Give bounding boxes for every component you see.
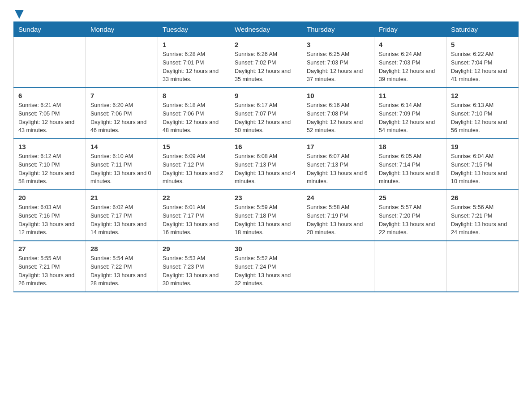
sunset-text: Sunset: 7:03 PM [379, 60, 420, 66]
daylight-text: Daylight: 13 hours and 14 minutes. [90, 221, 146, 236]
sunrise-text: Sunrise: 5:53 AM [163, 255, 205, 261]
daylight-text: Daylight: 12 hours and 56 minutes. [451, 119, 507, 134]
sunset-text: Sunset: 7:07 PM [235, 111, 276, 117]
sunrise-text: Sunrise: 6:16 AM [307, 102, 349, 108]
calendar-cell: 14Sunrise: 6:10 AMSunset: 7:11 PMDayligh… [86, 139, 158, 190]
day-number: 30 [235, 245, 297, 253]
calendar-table: SundayMondayTuesdayWednesdayThursdayFrid… [13, 21, 519, 292]
week-row-1: 1Sunrise: 6:28 AMSunset: 7:01 PMDaylight… [14, 37, 519, 88]
calendar-cell: 17Sunrise: 6:07 AMSunset: 7:13 PMDayligh… [302, 139, 374, 190]
calendar-cell: 16Sunrise: 6:08 AMSunset: 7:13 PMDayligh… [230, 139, 302, 190]
day-number: 23 [235, 194, 297, 201]
calendar-cell: 6Sunrise: 6:21 AMSunset: 7:05 PMDaylight… [14, 88, 86, 139]
daylight-text: Daylight: 12 hours and 33 minutes. [163, 68, 219, 83]
sunset-text: Sunset: 7:21 PM [18, 264, 60, 270]
sunrise-text: Sunrise: 6:08 AM [235, 153, 277, 159]
sunrise-text: Sunrise: 6:01 AM [163, 204, 205, 210]
day-number: 29 [163, 245, 225, 253]
sunset-text: Sunset: 7:17 PM [90, 213, 132, 219]
calendar-cell [446, 241, 519, 292]
calendar-cell: 7Sunrise: 6:20 AMSunset: 7:06 PMDaylight… [86, 88, 158, 139]
day-number: 4 [379, 41, 442, 48]
sunset-text: Sunset: 7:15 PM [451, 162, 492, 168]
calendar-cell: 21Sunrise: 6:02 AMSunset: 7:17 PMDayligh… [86, 190, 158, 241]
day-info: Sunrise: 6:08 AMSunset: 7:13 PMDaylight:… [235, 152, 297, 186]
day-info: Sunrise: 5:59 AMSunset: 7:18 PMDaylight:… [235, 203, 297, 237]
day-number: 17 [307, 143, 369, 150]
day-number: 20 [18, 194, 81, 201]
sunrise-text: Sunrise: 6:04 AM [451, 153, 493, 159]
day-info: Sunrise: 5:58 AMSunset: 7:19 PMDaylight:… [307, 203, 369, 237]
calendar-cell: 22Sunrise: 6:01 AMSunset: 7:17 PMDayligh… [158, 190, 230, 241]
sunrise-text: Sunrise: 6:10 AM [90, 153, 133, 159]
sunrise-text: Sunrise: 6:25 AM [307, 51, 349, 57]
sunrise-text: Sunrise: 5:55 AM [18, 255, 61, 261]
day-number: 19 [451, 143, 514, 150]
sunrise-text: Sunrise: 6:21 AM [18, 102, 61, 108]
calendar-cell: 28Sunrise: 5:54 AMSunset: 7:22 PMDayligh… [86, 241, 158, 292]
sunrise-text: Sunrise: 5:57 AM [379, 204, 421, 210]
daylight-text: Daylight: 13 hours and 20 minutes. [307, 221, 363, 236]
calendar-cell: 9Sunrise: 6:17 AMSunset: 7:07 PMDaylight… [230, 88, 302, 139]
daylight-text: Daylight: 13 hours and 24 minutes. [451, 221, 507, 236]
day-number: 9 [235, 92, 297, 99]
sunrise-text: Sunrise: 6:26 AM [235, 51, 277, 57]
daylight-text: Daylight: 13 hours and 8 minutes. [379, 170, 440, 185]
sunset-text: Sunset: 7:23 PM [163, 264, 204, 270]
day-number: 2 [235, 41, 297, 48]
sunrise-text: Sunrise: 6:12 AM [18, 153, 61, 159]
sunset-text: Sunset: 7:10 PM [18, 162, 60, 168]
sunset-text: Sunset: 7:18 PM [235, 213, 276, 219]
sunset-text: Sunset: 7:21 PM [451, 213, 492, 219]
sunset-text: Sunset: 7:10 PM [451, 111, 492, 117]
calendar-cell [374, 241, 446, 292]
day-number: 5 [451, 41, 514, 48]
day-number: 18 [379, 143, 442, 150]
sunrise-text: Sunrise: 5:56 AM [451, 204, 493, 210]
calendar-cell: 13Sunrise: 6:12 AMSunset: 7:10 PMDayligh… [14, 139, 86, 190]
sunrise-text: Sunrise: 6:09 AM [163, 153, 205, 159]
sunrise-text: Sunrise: 5:54 AM [90, 255, 133, 261]
sunset-text: Sunset: 7:04 PM [451, 60, 492, 66]
sunset-text: Sunset: 7:09 PM [379, 111, 420, 117]
day-number: 15 [163, 143, 225, 150]
calendar-cell: 2Sunrise: 6:26 AMSunset: 7:02 PMDaylight… [230, 37, 302, 88]
calendar-cell: 3Sunrise: 6:25 AMSunset: 7:03 PMDaylight… [302, 37, 374, 88]
sunset-text: Sunset: 7:13 PM [307, 162, 348, 168]
day-info: Sunrise: 6:10 AMSunset: 7:11 PMDaylight:… [90, 152, 153, 186]
calendar-cell: 25Sunrise: 5:57 AMSunset: 7:20 PMDayligh… [374, 190, 446, 241]
sunrise-text: Sunrise: 6:05 AM [379, 153, 421, 159]
calendar-cell: 26Sunrise: 5:56 AMSunset: 7:21 PMDayligh… [446, 190, 519, 241]
calendar-header-sunday: Sunday [14, 22, 86, 37]
sunset-text: Sunset: 7:03 PM [307, 60, 348, 66]
day-info: Sunrise: 6:17 AMSunset: 7:07 PMDaylight:… [235, 101, 297, 135]
daylight-text: Daylight: 13 hours and 28 minutes. [90, 272, 146, 287]
daylight-text: Daylight: 13 hours and 30 minutes. [163, 272, 219, 287]
sunrise-text: Sunrise: 6:20 AM [90, 102, 133, 108]
daylight-text: Daylight: 13 hours and 26 minutes. [18, 272, 74, 287]
day-number: 26 [451, 194, 514, 201]
day-number: 12 [451, 92, 514, 99]
day-number: 25 [379, 194, 442, 201]
sunset-text: Sunset: 7:20 PM [379, 213, 420, 219]
calendar-cell: 8Sunrise: 6:18 AMSunset: 7:06 PMDaylight… [158, 88, 230, 139]
calendar-header-wednesday: Wednesday [230, 22, 302, 37]
calendar-cell: 24Sunrise: 5:58 AMSunset: 7:19 PMDayligh… [302, 190, 374, 241]
sunrise-text: Sunrise: 5:59 AM [235, 204, 277, 210]
sunset-text: Sunset: 7:08 PM [307, 111, 348, 117]
day-info: Sunrise: 6:12 AMSunset: 7:10 PMDaylight:… [18, 152, 81, 186]
week-row-3: 13Sunrise: 6:12 AMSunset: 7:10 PMDayligh… [14, 139, 519, 190]
calendar-cell: 4Sunrise: 6:24 AMSunset: 7:03 PMDaylight… [374, 37, 446, 88]
daylight-text: Daylight: 13 hours and 10 minutes. [451, 170, 507, 185]
page-header [13, 9, 519, 17]
day-number: 27 [18, 245, 81, 253]
calendar-cell [14, 37, 86, 88]
day-info: Sunrise: 6:04 AMSunset: 7:15 PMDaylight:… [451, 152, 514, 186]
day-info: Sunrise: 5:55 AMSunset: 7:21 PMDaylight:… [18, 254, 81, 288]
day-info: Sunrise: 6:18 AMSunset: 7:06 PMDaylight:… [163, 101, 225, 135]
calendar-header-saturday: Saturday [446, 22, 519, 37]
day-info: Sunrise: 6:02 AMSunset: 7:17 PMDaylight:… [90, 203, 153, 237]
sunrise-text: Sunrise: 6:13 AM [451, 102, 493, 108]
daylight-text: Daylight: 12 hours and 46 minutes. [90, 119, 146, 134]
day-info: Sunrise: 6:07 AMSunset: 7:13 PMDaylight:… [307, 152, 369, 186]
